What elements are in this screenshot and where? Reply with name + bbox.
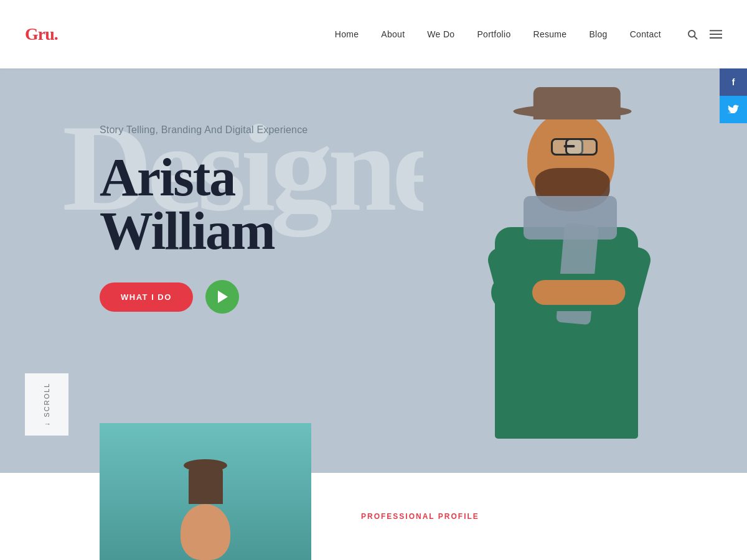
hero-content: Story Telling, Branding And Digital Expe…: [100, 124, 308, 314]
nav-links: Home About We Do Portfolio Resume Blog C…: [335, 29, 661, 40]
scroll-indicator[interactable]: ↓ SCROLL: [25, 373, 68, 436]
hero-buttons: WHAT I DO: [100, 280, 308, 314]
logo[interactable]: Gru.: [25, 24, 58, 44]
nav-item-home[interactable]: Home: [335, 29, 359, 40]
facebook-icon: f: [732, 77, 735, 87]
menu-icon[interactable]: [710, 28, 722, 40]
nav-link-portfolio[interactable]: Portfolio: [477, 29, 510, 39]
profile-text-section: PROFESSIONAL PROFILE: [361, 512, 479, 521]
hero-name-line2: William: [100, 201, 275, 261]
hero-name-line1: Arista: [100, 147, 235, 207]
svg-line-1: [694, 36, 697, 39]
play-button[interactable]: [205, 280, 239, 314]
nav-link-contact[interactable]: Contact: [630, 29, 661, 39]
nav-link-resume[interactable]: Resume: [533, 29, 566, 39]
what-i-do-button[interactable]: WHAT I DO: [100, 282, 193, 312]
nav-item-about[interactable]: About: [381, 29, 405, 40]
nav-item-blog[interactable]: Blog: [589, 29, 607, 40]
nav-item-portfolio[interactable]: Portfolio: [477, 29, 510, 40]
nav-item-we-do[interactable]: We Do: [427, 29, 454, 40]
nav-link-about[interactable]: About: [381, 29, 405, 39]
nav-icons: [686, 28, 722, 40]
profile-image-box: [100, 423, 311, 560]
nav-link-home[interactable]: Home: [335, 29, 359, 39]
scroll-text: ↓ SCROLL: [43, 383, 50, 426]
navbar: Gru. Home About We Do Portfolio Resume B…: [0, 0, 747, 68]
twitter-button[interactable]: [720, 96, 747, 123]
hero-name: Arista William: [100, 151, 308, 258]
profile-image-inner: [100, 423, 311, 560]
hero-subtitle: Story Telling, Branding And Digital Expe…: [100, 124, 308, 136]
logo-text: Gru: [25, 24, 54, 44]
hero-person-image: [423, 87, 710, 473]
social-sidebar: f: [720, 68, 747, 123]
below-hero-section: PROFESSIONAL PROFILE: [0, 473, 747, 560]
search-icon[interactable]: [686, 28, 698, 40]
logo-dot: .: [54, 24, 58, 44]
nav-item-resume[interactable]: Resume: [533, 29, 566, 40]
scroll-arrow: ↓: [43, 421, 50, 426]
nav-link-blog[interactable]: Blog: [589, 29, 607, 39]
nav-link-we-do[interactable]: We Do: [427, 29, 454, 39]
nav-item-contact[interactable]: Contact: [630, 29, 661, 40]
twitter-icon: [728, 104, 739, 115]
scroll-label: SCROLL: [43, 383, 50, 418]
facebook-button[interactable]: f: [720, 68, 747, 96]
hero-section: Designer Story Telling, Branding And Dig…: [0, 68, 747, 473]
profile-label: PROFESSIONAL PROFILE: [361, 512, 479, 521]
